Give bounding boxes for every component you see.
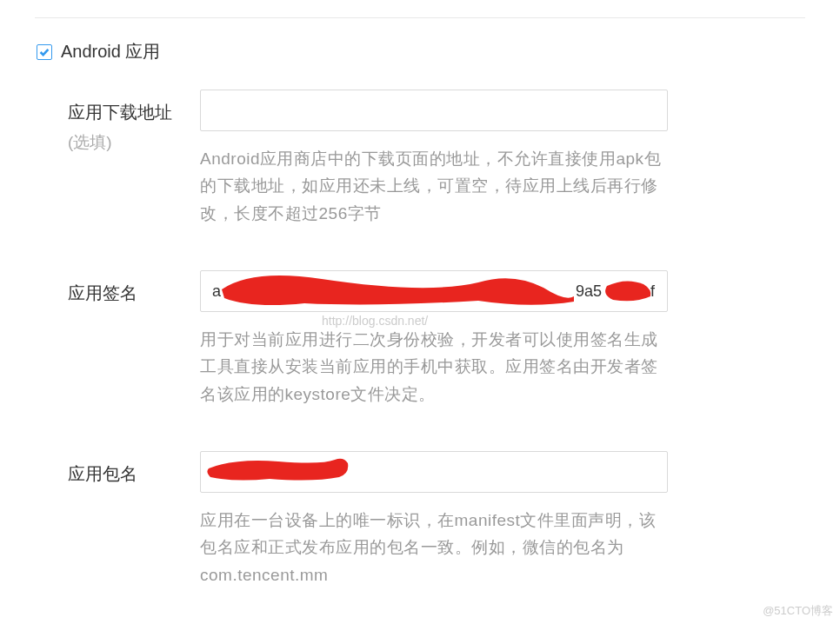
download-url-help: Android应用商店中的下载页面的地址，不允许直接使用apk包的下载地址，如应… (200, 145, 668, 227)
signature-input[interactable] (200, 270, 668, 312)
download-url-input[interactable] (200, 90, 668, 131)
package-row: 应用包名 应用在一台设备上的唯一标识，在manifest文件里面声明，该包名应和… (0, 451, 840, 588)
package-help: 应用在一台设备上的唯一标识，在manifest文件里面声明，该包名应和正式发布应… (200, 507, 668, 588)
signature-help: 用于对当前应用进行二次身份校验，开发者可以使用签名生成工具直接从安装当前应用的手… (200, 326, 668, 408)
android-checkbox[interactable] (37, 44, 52, 60)
page-watermark: @51CTO博客 (763, 603, 833, 619)
section-title: Android 应用 (61, 40, 161, 63)
package-label-text: 应用包名 (68, 464, 137, 483)
signature-content: a 9a5 f http://blog.csdn.net/ 用于对当前应用进行二… (200, 270, 720, 408)
download-url-label: 应用下载地址 (选填) (0, 90, 200, 156)
top-divider (35, 17, 805, 18)
check-icon (38, 46, 50, 58)
signature-label-text: 应用签名 (68, 283, 137, 302)
download-url-optional: (选填) (68, 129, 200, 156)
signature-label: 应用签名 (0, 270, 200, 307)
download-url-row: 应用下载地址 (选填) Android应用商店中的下载页面的地址，不允许直接使用… (0, 90, 840, 227)
package-input[interactable] (200, 451, 668, 493)
package-content: 应用在一台设备上的唯一标识，在manifest文件里面声明，该包名应和正式发布应… (200, 451, 720, 588)
signature-row: 应用签名 a 9a5 f http://blog.csdn.net/ 用于对当前… (0, 270, 840, 408)
download-url-label-text: 应用下载地址 (68, 103, 172, 122)
package-input-wrapper (200, 451, 668, 493)
signature-input-wrapper: a 9a5 f http://blog.csdn.net/ (200, 270, 668, 312)
android-section-header: Android 应用 (37, 40, 840, 63)
download-url-content: Android应用商店中的下载页面的地址，不允许直接使用apk包的下载地址，如应… (200, 90, 720, 227)
package-label: 应用包名 (0, 451, 200, 488)
